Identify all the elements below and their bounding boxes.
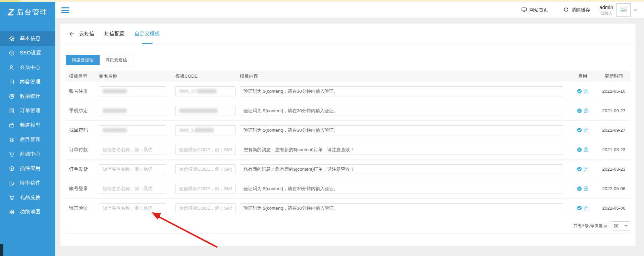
check-circle-icon xyxy=(577,89,582,94)
hamburger-menu-icon[interactable] xyxy=(61,7,69,13)
page-size-value: 20 xyxy=(613,223,618,228)
updated-date: 2021-09-27 xyxy=(602,108,625,113)
enabled-toggle[interactable]: 是 xyxy=(577,127,588,133)
signature-input[interactable] xyxy=(99,86,166,96)
signature-input[interactable] xyxy=(99,145,166,155)
redacted-blur xyxy=(103,128,127,132)
table-row: 手机绑定验证码为 ${content}，请在30分钟内输入验证。是2021-09… xyxy=(66,101,630,121)
enabled-toggle[interactable]: 是 xyxy=(577,147,588,153)
enabled-label: 是 xyxy=(584,166,588,172)
updated-date: 2022-05-06 xyxy=(602,186,625,191)
chevron-down-icon xyxy=(624,223,628,228)
subtab-aliyun-sms[interactable]: 阿里云短信 xyxy=(66,55,100,65)
sidebar-item-plugin-apps[interactable]: 插件应用 xyxy=(0,161,55,176)
sidebar-item-column-mgmt[interactable]: 栏目管理 xyxy=(0,132,55,147)
tab-cloud-sms[interactable]: 云短信 xyxy=(79,24,94,44)
file-list-icon xyxy=(9,108,15,114)
site-home-link[interactable]: 网站首页 xyxy=(521,7,548,13)
table-row: 账号登录验证码为 ${content}，请在30分钟内输入验证。是2022-05… xyxy=(66,179,630,199)
template-content-input[interactable]: 您有新的消息：您有新的${content}订单，请注意查收！ xyxy=(240,164,563,174)
redacted-blur xyxy=(179,109,218,113)
sidebar: Z 后台管理 基本信息SEO设置会员中心内容管理数据统计订单管理频道模型栏目管理… xyxy=(0,2,55,256)
sidebar-item-label: 订单管理 xyxy=(20,108,41,114)
page-size-select[interactable]: 20 xyxy=(611,221,630,230)
avatar[interactable] xyxy=(616,3,631,17)
tab-sms-config[interactable]: 短信配置 xyxy=(104,24,124,44)
sidebar-item-label: 数据统计 xyxy=(20,93,41,99)
sidebar-item-label: 礼品兑换 xyxy=(20,194,41,201)
header-template-content: 模板内容 xyxy=(238,73,568,79)
check-circle-icon xyxy=(577,167,582,172)
signature-input[interactable] xyxy=(99,164,166,174)
sidebar-item-member-center[interactable]: 会员中心 xyxy=(0,60,55,75)
tab-custom-template[interactable]: 自定义模板 xyxy=(135,24,160,44)
enabled-label: 是 xyxy=(584,108,588,114)
pie-chart-icon xyxy=(9,93,15,99)
template-content-input[interactable]: 验证码为 ${content}，请在30分钟内输入验证。 xyxy=(240,106,563,116)
header-template-code: 模板CODE xyxy=(174,73,238,79)
enabled-toggle[interactable]: 是 xyxy=(577,186,588,192)
pagination-bar: 共有7条,每页显示 20 xyxy=(66,218,630,234)
signature-input[interactable] xyxy=(99,125,166,135)
updated-date: 2021-09-27 xyxy=(602,128,625,133)
template-code-input[interactable] xyxy=(175,164,236,174)
sidebar-item-mall-center[interactable]: 商城中心 xyxy=(0,147,55,161)
signature-input[interactable] xyxy=(99,203,166,213)
check-circle-icon xyxy=(577,128,582,133)
template-code-input[interactable]: SMS_1 xyxy=(175,125,236,135)
sidebar-item-pending-drafts[interactable]: 待审稿件 xyxy=(0,176,55,190)
user-block[interactable]: admin 创始人 xyxy=(599,4,613,16)
signature-input[interactable] xyxy=(99,106,166,116)
updated-date: 2021-03-23 xyxy=(602,167,625,172)
template-code-input[interactable] xyxy=(175,106,236,116)
redacted-blur xyxy=(197,89,216,93)
provider-subtabs: 阿里云短信 腾讯云短信 xyxy=(66,55,133,65)
template-code-input[interactable] xyxy=(175,203,236,213)
sidebar-item-channel-model[interactable]: 频道模型 xyxy=(0,118,55,132)
template-content-input[interactable]: 验证码为 ${content}，请在30分钟内输入验证。 xyxy=(240,86,563,96)
admin-page: Z 后台管理 基本信息SEO设置会员中心内容管理数据统计订单管理频道模型栏目管理… xyxy=(0,0,644,256)
template-code-input[interactable]: SMS_17 xyxy=(175,86,236,96)
enabled-toggle[interactable]: 是 xyxy=(577,205,588,211)
sidebar-item-gift-exchange[interactable]: 礼品兑换 xyxy=(0,190,55,205)
sidebar-item-basic-info[interactable]: 基本信息 xyxy=(0,31,55,46)
table-row: 账号注册SMS_17验证码为 ${content}，请在30分钟内输入验证。是2… xyxy=(66,82,630,101)
sidebar-item-seo-settings[interactable]: SEO设置 xyxy=(0,46,55,60)
template-type-label: 找回密码 xyxy=(69,127,88,133)
template-code-input[interactable] xyxy=(175,184,236,194)
template-content-input[interactable]: 验证码为 ${content}，请在30分钟内输入验证。 xyxy=(240,184,563,194)
updated-date: 2022-05-06 xyxy=(602,206,625,211)
enabled-label: 是 xyxy=(584,88,588,94)
redacted-text: SMS_17 xyxy=(179,87,196,96)
template-code-input[interactable] xyxy=(175,145,236,155)
clear-cache-link[interactable]: 清除缓存 xyxy=(563,7,590,13)
pagination-summary: 共有7条,每页显示 xyxy=(573,223,607,229)
enabled-toggle[interactable]: 是 xyxy=(577,166,588,172)
logo-text: 后台管理 xyxy=(17,7,48,17)
user-role: 创始人 xyxy=(599,11,613,16)
enabled-toggle[interactable]: 是 xyxy=(577,108,588,114)
redacted-blur xyxy=(103,109,127,113)
content-card: 云短信 短信配置 自定义模板 阿里云短信 腾讯云短信 模板类型 签名名称 模板C… xyxy=(60,24,636,246)
check-circle-icon xyxy=(577,147,582,152)
sidebar-item-content-mgmt[interactable]: 内容管理 xyxy=(0,75,55,89)
back-arrow-icon[interactable] xyxy=(69,31,75,37)
template-content-input[interactable]: 您有新的消息：您有新的${content}订单，请注意查收！ xyxy=(240,145,563,155)
check-circle-icon xyxy=(577,108,582,113)
app-logo[interactable]: Z 后台管理 xyxy=(0,2,55,23)
site-home-label: 网站首页 xyxy=(529,7,548,13)
signature-input[interactable] xyxy=(99,184,166,194)
template-content-input[interactable]: 验证码为 ${content}，请在30分钟内输入验证。 xyxy=(240,203,563,213)
layers-icon xyxy=(9,137,15,143)
sidebar-item-feature-map[interactable]: 功能地图 xyxy=(0,205,55,219)
check-circle-icon xyxy=(577,186,582,191)
enabled-toggle[interactable]: 是 xyxy=(577,88,588,94)
header-enabled: 启用 xyxy=(568,73,597,79)
table-row: 找回密码SMS_1验证码为 ${content}，请在30分钟内输入验证。是20… xyxy=(66,121,630,140)
chevron-down-icon[interactable] xyxy=(633,8,638,12)
sidebar-item-label: 内容管理 xyxy=(20,79,41,85)
sidebar-item-data-stats[interactable]: 数据统计 xyxy=(0,89,55,103)
subtab-tencent-sms[interactable]: 腾讯云短信 xyxy=(100,55,133,65)
template-content-input[interactable]: 验证码为 ${content}，请在30分钟内输入验证。 xyxy=(240,125,563,135)
sidebar-item-order-mgmt[interactable]: 订单管理 xyxy=(0,103,55,118)
